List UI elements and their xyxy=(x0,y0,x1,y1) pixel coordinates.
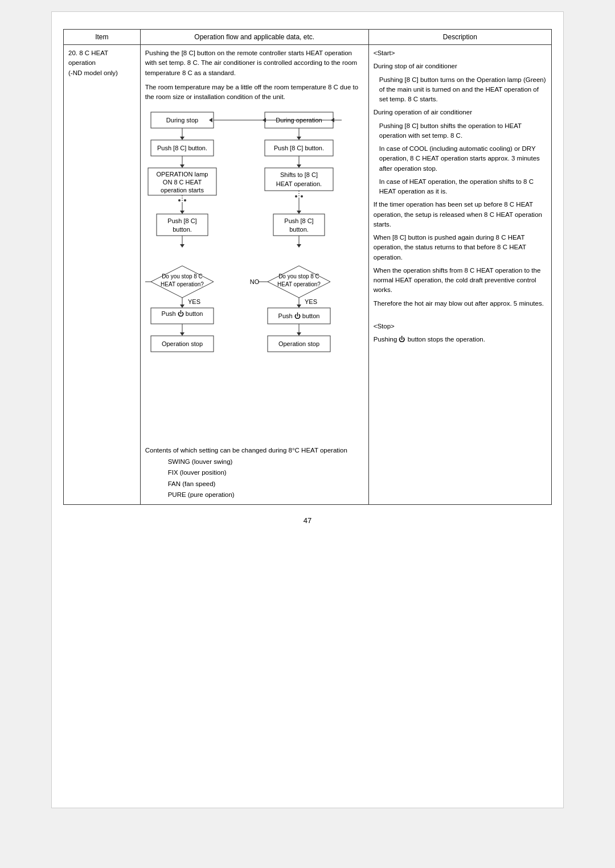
flow-note: The room temperature may be a little off… xyxy=(145,83,364,102)
svg-point-13 xyxy=(178,199,181,201)
header-item: Item xyxy=(64,30,141,45)
svg-marker-3 xyxy=(180,137,184,140)
svg-text:operation starts: operation starts xyxy=(161,187,204,194)
start-title: <Start> xyxy=(374,48,547,58)
contents-list: SWING (louver swing) FIX (louver positio… xyxy=(168,456,364,501)
svg-text:HEAT operation.: HEAT operation. xyxy=(276,180,322,187)
flow-cell: Pushing the [8 C] button on the remote c… xyxy=(140,45,368,505)
svg-text:Shifts to [8 C]: Shifts to [8 C] xyxy=(280,171,318,178)
svg-text:button.: button. xyxy=(289,226,309,233)
svg-marker-68 xyxy=(297,332,301,336)
svg-text:ON 8 C HEAT: ON 8 C HEAT xyxy=(163,179,202,186)
svg-marker-43 xyxy=(297,164,301,168)
shift-text: When the operation shifts from 8 C HEAT … xyxy=(374,266,547,295)
svg-point-48 xyxy=(295,195,297,198)
flowchart-svg: During stop Push [8 C] button. xyxy=(145,106,356,437)
contents-item-4: PURE (pure operation) xyxy=(168,489,364,501)
svg-text:Do you stop 8 C: Do you stop 8 C xyxy=(278,273,319,279)
svg-text:Operation stop: Operation stop xyxy=(162,340,203,347)
svg-text:Push [8 C] button.: Push [8 C] button. xyxy=(274,145,324,151)
page-number: 47 xyxy=(63,516,552,525)
svg-text:button.: button. xyxy=(173,226,192,233)
header-description: Description xyxy=(368,30,551,45)
flowchart: During stop Push [8 C] button. xyxy=(145,106,364,438)
push-again-text: When [8 C] button is pushed again during… xyxy=(374,233,547,262)
svg-marker-33 xyxy=(180,332,184,336)
svg-marker-28 xyxy=(180,305,184,308)
header-flow: Operation flow and applicable data, etc. xyxy=(140,30,368,45)
svg-text:Push [8 C]: Push [8 C] xyxy=(167,217,196,224)
stop-title: <Stop> xyxy=(374,322,547,331)
svg-text:OPERATION lamp: OPERATION lamp xyxy=(156,171,208,178)
item-number: 20. xyxy=(68,50,77,56)
svg-text:YES: YES xyxy=(188,298,200,305)
svg-text:Do you stop 8 C: Do you stop 8 C xyxy=(162,273,203,279)
svg-marker-56 xyxy=(297,244,301,248)
during-stop-title: During stop of air conditioner xyxy=(374,61,547,71)
during-op-text2: In case of COOL (including automatic coo… xyxy=(379,144,547,174)
svg-marker-51 xyxy=(297,211,301,214)
contents-item-1: SWING (louver swing) xyxy=(168,456,364,468)
svg-text:YES: YES xyxy=(305,298,317,305)
during-op-text3: In case of HEAT operation, the operation… xyxy=(379,177,547,197)
svg-marker-75 xyxy=(263,118,266,122)
svg-marker-39 xyxy=(297,137,301,140)
during-operation-title: During operation of air conditioner xyxy=(374,108,547,117)
svg-marker-16 xyxy=(180,211,184,214)
svg-text:Push [8 C]: Push [8 C] xyxy=(284,217,313,224)
svg-text:Push ⏻ button: Push ⏻ button xyxy=(161,310,203,317)
contents-title: Contents of which setting can be changed… xyxy=(145,445,364,456)
during-stop-text: Pushing [8 C] button turns on the Operat… xyxy=(379,75,547,105)
contents-section: Contents of which setting can be changed… xyxy=(145,445,364,501)
svg-marker-63 xyxy=(297,305,301,308)
during-op-text1: Pushing [8 C] button shifts the operatio… xyxy=(379,121,547,141)
page: Item Operation flow and applicable data,… xyxy=(51,11,564,808)
flow-intro: Pushing the [8 C] button on the remote c… xyxy=(145,48,364,78)
item-subtitle: (-ND model only) xyxy=(68,69,118,76)
contents-item-2: FIX (louver position) xyxy=(168,467,364,479)
svg-text:HEAT operation?: HEAT operation? xyxy=(161,281,204,287)
svg-point-49 xyxy=(301,195,303,198)
item-cell: 20. 8 C HEAT operation (-ND model only) xyxy=(64,45,141,505)
description-cell: <Start> During stop of air conditioner P… xyxy=(368,45,551,505)
svg-text:During stop: During stop xyxy=(166,117,198,124)
svg-marker-21 xyxy=(180,244,184,248)
svg-point-14 xyxy=(184,199,186,201)
timer-text: If the timer operation has been set up b… xyxy=(374,200,547,229)
svg-text:Push [8 C] button.: Push [8 C] button. xyxy=(157,145,207,151)
svg-text:Operation stop: Operation stop xyxy=(278,340,319,347)
svg-text:Push ⏻ button: Push ⏻ button xyxy=(278,312,319,319)
svg-text:NO: NO xyxy=(249,278,259,285)
svg-text:HEAT operation?: HEAT operation? xyxy=(277,281,321,287)
hot-air-text: Therefore the hot air may blow out after… xyxy=(374,299,547,308)
contents-item-3: FAN (fan speed) xyxy=(168,479,364,490)
svg-marker-7 xyxy=(180,164,184,168)
table-row: 20. 8 C HEAT operation (-ND model only) … xyxy=(64,45,552,505)
stop-text: Pushing ⏻ button stops the operation. xyxy=(374,335,547,344)
main-table: Item Operation flow and applicable data,… xyxy=(63,29,552,505)
